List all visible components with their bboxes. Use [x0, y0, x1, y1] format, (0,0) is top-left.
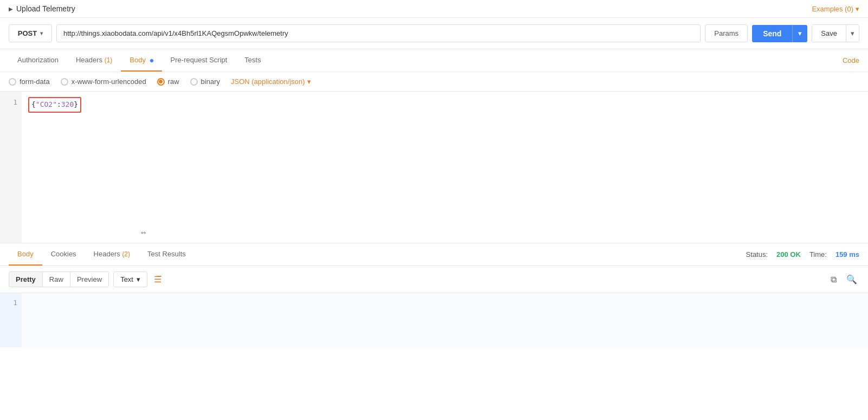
json-body-highlighted: {"CO2":320} — [28, 97, 81, 113]
top-bar: Upload Telemetry Examples (0) ▾ — [0, 0, 868, 18]
text-chevron-icon: ▾ — [137, 275, 140, 283]
save-button[interactable]: Save — [812, 25, 846, 42]
json-type-chevron-icon: ▾ — [307, 77, 311, 86]
params-button[interactable]: Params — [705, 24, 748, 42]
method-label: POST — [18, 29, 37, 37]
tab-cookies[interactable]: Cookies — [42, 243, 85, 266]
tab-test-results[interactable]: Test Results — [139, 243, 195, 266]
save-dropdown-button[interactable]: ▾ — [846, 25, 859, 42]
radio-binary[interactable]: binary — [190, 77, 220, 86]
radio-binary-circle — [190, 78, 198, 86]
examples-link[interactable]: Examples (0) ▾ — [812, 5, 859, 13]
status-label: Status: — [746, 250, 768, 259]
code-line-1: {"CO2":320} — [28, 97, 861, 113]
wrap-lines-icon: ☰̅ — [154, 275, 161, 284]
wrap-lines-button[interactable]: ☰̅ — [152, 272, 164, 287]
resize-horizontal-icon[interactable]: ↔ — [141, 227, 146, 237]
json-key: "CO2" — [36, 99, 57, 111]
send-dropdown-button[interactable]: ▾ — [792, 25, 807, 42]
response-line-numbers: 1 — [0, 293, 22, 347]
tab-authorization[interactable]: Authorization — [9, 49, 67, 72]
search-response-button[interactable]: 🔍 — [844, 272, 859, 287]
time-value: 159 ms — [835, 250, 859, 259]
body-type-row: form-data x-www-form-urlencoded raw bina… — [0, 72, 868, 92]
url-input[interactable] — [56, 24, 701, 42]
radio-urlencoded-circle — [61, 78, 68, 86]
chevron-down-icon: ▾ — [856, 5, 859, 13]
json-value: 320 — [61, 99, 74, 111]
response-toolbar: Pretty Raw Preview Text ▾ ☰̅ ⧉ 🔍 — [0, 266, 868, 293]
response-tabs: Body Cookies Headers (2) Test Results — [9, 243, 195, 266]
status-value: 200 OK — [776, 250, 801, 259]
response-body-area: 1 — [0, 293, 868, 347]
radio-raw[interactable]: raw — [157, 77, 179, 86]
save-chevron-icon: ▾ — [851, 29, 854, 37]
request-body-editor: 1 {"CO2":320} ↔ — [0, 92, 868, 243]
format-group: Pretty Raw Preview — [9, 272, 109, 287]
response-toolbar-left: Pretty Raw Preview Text ▾ ☰̅ — [9, 272, 164, 287]
method-chevron-icon: ▾ — [40, 30, 43, 36]
code-area[interactable]: {"CO2":320} ↔ — [22, 92, 868, 243]
radio-form-data[interactable]: form-data — [9, 77, 50, 86]
copy-icon: ⧉ — [831, 275, 837, 284]
response-tabs-row: Body Cookies Headers (2) Test Results St… — [0, 243, 868, 266]
send-chevron-icon: ▾ — [798, 29, 802, 37]
response-content — [22, 293, 868, 347]
headers-badge: (1) — [105, 56, 113, 64]
request-tabs: Authorization Headers (1) Body Pre-reque… — [9, 49, 270, 72]
response-toolbar-right: ⧉ 🔍 — [828, 272, 859, 287]
tab-response-headers[interactable]: Headers (2) — [85, 243, 139, 266]
line-numbers: 1 — [0, 92, 22, 243]
colon: : — [57, 99, 61, 111]
copy-response-button[interactable]: ⧉ — [828, 273, 839, 287]
preview-button[interactable]: Preview — [70, 272, 108, 287]
code-link[interactable]: Code — [843, 56, 859, 64]
tab-body[interactable]: Body — [121, 49, 161, 72]
raw-button[interactable]: Raw — [42, 272, 70, 287]
open-brace: { — [31, 99, 36, 111]
method-select[interactable]: POST ▾ — [9, 24, 52, 42]
send-button-group: Send ▾ — [752, 25, 807, 42]
close-brace: } — [74, 99, 78, 111]
radio-raw-circle — [157, 78, 165, 86]
tab-prerequest[interactable]: Pre-request Script — [162, 49, 236, 72]
text-type-dropdown[interactable]: Text ▾ — [113, 272, 147, 287]
send-button[interactable]: Send — [752, 25, 792, 42]
save-button-group: Save ▾ — [812, 24, 859, 42]
tab-response-body[interactable]: Body — [9, 243, 42, 266]
response-headers-badge: (2) — [122, 250, 130, 258]
radio-urlencoded[interactable]: x-www-form-urlencoded — [61, 77, 146, 86]
json-type-selector[interactable]: JSON (application/json) ▾ — [231, 77, 311, 86]
body-dot-indicator — [150, 59, 153, 62]
title-text: Upload Telemetry — [16, 4, 75, 13]
pretty-button[interactable]: Pretty — [9, 272, 42, 287]
request-title: Upload Telemetry — [9, 4, 75, 13]
response-status: Status: 200 OK Time: 159 ms — [746, 250, 859, 259]
request-tabs-row: Authorization Headers (1) Body Pre-reque… — [0, 49, 868, 72]
radio-form-data-circle — [9, 78, 16, 86]
request-bar: POST ▾ Params Send ▾ Save ▾ — [0, 18, 868, 49]
time-label: Time: — [809, 250, 827, 259]
tab-tests[interactable]: Tests — [236, 49, 269, 72]
tab-headers[interactable]: Headers (1) — [67, 49, 121, 72]
response-section: Body Cookies Headers (2) Test Results St… — [0, 243, 868, 347]
search-icon: 🔍 — [846, 275, 857, 284]
